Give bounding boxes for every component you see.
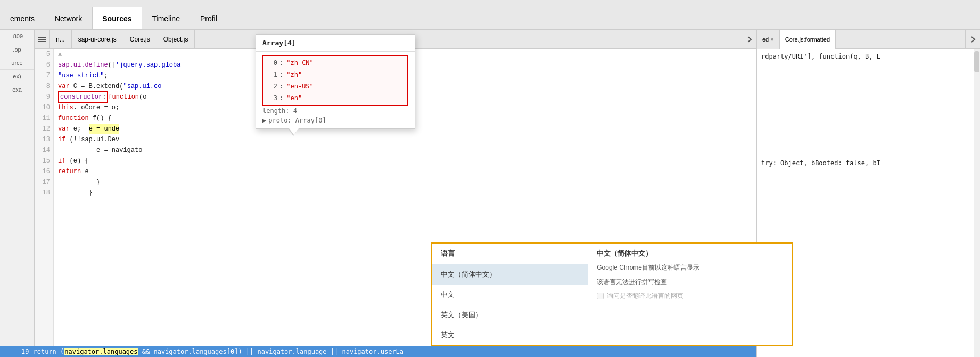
- sidebar-item-3: urce: [0, 56, 34, 70]
- array-item-0: 0 : "zh-CN": [267, 57, 404, 69]
- ln-8: 8: [35, 81, 50, 92]
- code-line-14: e = navigato: [58, 145, 756, 156]
- translate-checkbox[interactable]: [597, 293, 604, 299]
- sidebar-item-2: .op: [0, 43, 34, 56]
- translate-check-label: 询问是否翻译此语言的网页: [607, 291, 683, 301]
- code-line-16: return e: [58, 166, 756, 177]
- code-line-17: }: [58, 177, 756, 188]
- right-code-line-main: try: Object, bBooted: false, bI: [761, 158, 976, 168]
- code-line-13: if (!!sap.ui.Dev: [58, 134, 756, 145]
- file-tab-sap-ui-core[interactable]: sap-ui-core.js: [72, 30, 123, 49]
- ln-18: 18: [35, 188, 50, 198]
- ln-15: 15: [35, 156, 50, 166]
- code-line-18: }: [58, 188, 756, 198]
- array-item-3: 3 : "en": [267, 92, 404, 104]
- sidebar-toggle-button[interactable]: [35, 30, 50, 49]
- array-item-1: 1 : "zh": [267, 69, 404, 80]
- svg-rect-2: [38, 41, 46, 42]
- sidebar-item-4: ex): [0, 70, 34, 83]
- language-detail-check: 询问是否翻译此语言的网页: [597, 291, 784, 301]
- popup-tail-inner: [289, 128, 299, 135]
- tab-elements[interactable]: ements: [0, 7, 45, 29]
- language-list: 语言 中文（简体中文） 中文 英文（美国） 英文: [432, 244, 588, 345]
- sidebar-item-5: exa: [0, 83, 34, 96]
- language-detail: 中文（简体中文） Google Chrome目前以这种语言显示 该语言无法进行拼…: [588, 244, 792, 345]
- language-list-header: 语言: [432, 244, 588, 264]
- ln-17: 17: [35, 177, 50, 188]
- lang-item-zhcn[interactable]: 中文（简体中文）: [432, 264, 588, 285]
- ln-10: 10: [35, 102, 50, 113]
- lang-item-zh[interactable]: 中文: [432, 285, 588, 305]
- language-detail-desc2: 该语言无法进行拼写检查: [597, 277, 784, 287]
- lang-item-en[interactable]: 英文: [432, 325, 588, 345]
- lang-item-enus[interactable]: 英文（美国）: [432, 305, 588, 325]
- file-tab-objectjs[interactable]: Object.js: [157, 30, 195, 49]
- file-tab-n[interactable]: n...: [50, 30, 72, 49]
- ln-11: 11: [35, 113, 50, 124]
- ln-7: 7: [35, 70, 50, 81]
- left-sidebar: -809 .op urce ex) exa: [0, 30, 35, 357]
- scrollbar-thumb[interactable]: [974, 51, 979, 72]
- right-panel-tabs: ed × Core.js:formatted: [757, 30, 980, 49]
- tab-timeline[interactable]: Timeline: [142, 7, 190, 29]
- language-detail-desc1: Google Chrome目前以这种语言显示: [597, 263, 784, 273]
- devtools-tabs: ements Network Sources Timeline Profil: [0, 0, 980, 30]
- ln-16: 16: [35, 166, 50, 177]
- scrollbar-vertical[interactable]: [974, 49, 980, 357]
- code-line-15: if (e) {: [58, 156, 756, 166]
- ln-14: 14: [35, 145, 50, 156]
- right-panel-end-button[interactable]: [965, 30, 980, 49]
- line-numbers: 5 6 7 8 9 10 11 12 13 14 15 16 17 18: [35, 49, 54, 357]
- language-panel: 语言 中文（简体中文） 中文 英文（美国） 英文 中文（简体中文） Google…: [431, 242, 793, 346]
- tab-sources[interactable]: Sources: [92, 7, 142, 29]
- ln-12: 12: [35, 124, 50, 134]
- language-detail-title: 中文（简体中文）: [597, 249, 784, 263]
- array-popup-title: Array[4]: [256, 35, 415, 52]
- sidebar-item-1: -809: [0, 30, 34, 43]
- array-length: length: 4: [262, 106, 408, 116]
- highlight-languages: navigator.languages: [64, 348, 138, 355]
- ln-9: 9: [35, 92, 50, 102]
- svg-rect-0: [38, 37, 46, 38]
- array-popup-body: 0 : "zh-CN" 1 : "zh" 2 : "en-US": [256, 52, 415, 128]
- file-tab-end-button[interactable]: [742, 30, 756, 49]
- ln-13: 13: [35, 134, 50, 145]
- array-item-2: 2 : "en-US": [267, 80, 404, 92]
- file-tab-corejs[interactable]: Core.js: [123, 30, 157, 49]
- tab-network[interactable]: Network: [45, 7, 92, 29]
- right-code-line-1: rdparty/URI'], function(q, B, L: [761, 51, 976, 62]
- svg-rect-1: [38, 39, 46, 40]
- right-tab-ed[interactable]: ed ×: [757, 30, 780, 49]
- chevron-right-icon-2: [969, 36, 977, 43]
- ln-6: 6: [35, 60, 50, 70]
- ln-5: 5: [35, 49, 50, 60]
- tab-profiler[interactable]: Profil: [190, 7, 227, 29]
- panel-icon: [38, 35, 46, 44]
- array-popup: Array[4] 0 : "zh-CN" 1 : "zh" 2 :: [256, 34, 415, 129]
- chevron-right-icon: [746, 36, 753, 43]
- array-proto: ▶ proto : Array[0]: [262, 116, 408, 125]
- right-tab-formatted[interactable]: Core.js:formatted: [780, 30, 836, 49]
